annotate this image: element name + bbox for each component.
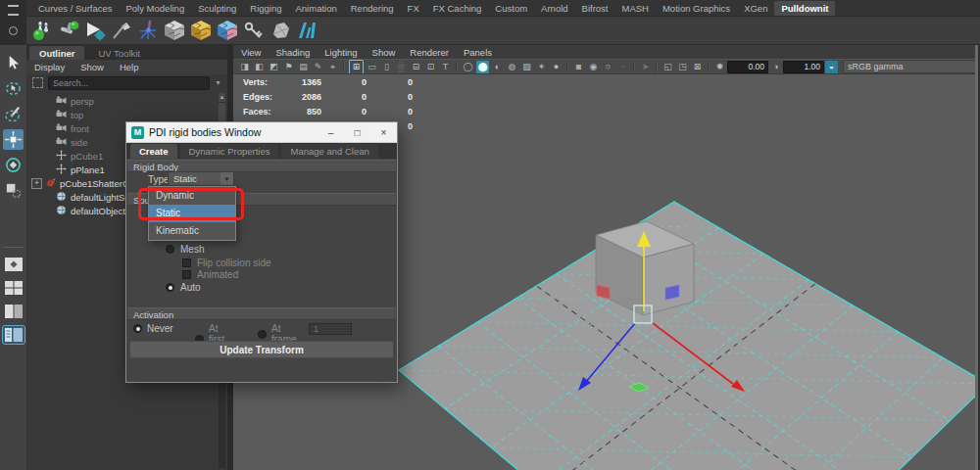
chevron-down-icon[interactable]: ▼ xyxy=(220,172,233,185)
smooth-shade-icon[interactable]: ⬤ xyxy=(476,61,489,73)
motion-blur-icon[interactable]: ◉ xyxy=(587,61,600,73)
grease-pencil-icon[interactable]: ✎ xyxy=(312,61,324,73)
menu-item-xgen[interactable]: XGen xyxy=(737,1,774,16)
activation-at-frame-radio[interactable] xyxy=(258,330,267,339)
menu-item-fx-caching[interactable]: FX Caching xyxy=(426,1,489,16)
outliner-menu-display[interactable]: Display xyxy=(34,62,65,72)
search-dropdown-icon[interactable]: ▼ xyxy=(215,79,221,86)
tab-outliner[interactable]: Outliner xyxy=(29,46,84,60)
occlusion-icon[interactable]: ◙ xyxy=(572,61,585,73)
scroll-up-icon[interactable]: ▲ xyxy=(219,93,225,102)
menu-item-mash[interactable]: MASH xyxy=(615,1,656,16)
bookmark-icon[interactable]: ⚑ xyxy=(282,61,295,73)
menu-item-animation[interactable]: Animation xyxy=(288,1,343,16)
tab-uv-toolkit[interactable]: UV Toolkit xyxy=(88,46,150,60)
paint-select-tool[interactable] xyxy=(3,104,24,124)
outliner-item-persp[interactable]: persp xyxy=(26,94,227,108)
close-button[interactable]: × xyxy=(370,122,397,142)
expand-plus-icon[interactable]: + xyxy=(31,178,42,189)
auto-radio[interactable] xyxy=(166,283,174,292)
activation-section-header[interactable]: Activation xyxy=(127,307,396,320)
image-plane-toggle-icon[interactable]: ⊠ xyxy=(691,61,704,73)
pane-two-layout-button[interactable] xyxy=(3,303,24,320)
manipulator-center-handle[interactable] xyxy=(634,306,652,323)
textured-icon[interactable]: ◐ xyxy=(491,61,504,73)
menu-item-bifrost[interactable]: Bifrost xyxy=(575,1,615,16)
fog-icon[interactable]: ▫ xyxy=(616,61,629,73)
snapshot-paste-icon[interactable]: ◳ xyxy=(676,61,689,73)
selection-filter-icon[interactable] xyxy=(32,77,43,88)
update-transform-button[interactable]: Update Transform xyxy=(129,341,394,358)
scale-tool[interactable] xyxy=(3,180,24,201)
minimize-button[interactable]: – xyxy=(318,122,344,142)
pane-outliner-layout-button[interactable] xyxy=(3,326,24,344)
lasso-select-tool[interactable] xyxy=(3,78,24,99)
exposure-field[interactable]: 0.00 xyxy=(727,61,768,73)
menu-item-fx[interactable]: FX xyxy=(401,1,426,16)
viewport-menu-show[interactable]: Show xyxy=(372,47,396,58)
shelf-selector-icon[interactable] xyxy=(9,26,18,35)
pane-four-layout-button[interactable] xyxy=(3,279,24,297)
manipulator-z-plane-handle[interactable] xyxy=(665,285,679,300)
snapshot-icon[interactable]: ◱ xyxy=(662,61,674,73)
outliner-menu-help[interactable]: Help xyxy=(120,62,139,72)
pulldownit-logo-icon[interactable] xyxy=(295,19,318,42)
pdi-play-gear-icon[interactable] xyxy=(83,19,107,42)
grid-icon[interactable]: ⊞ xyxy=(349,60,364,74)
film-gate-icon[interactable]: ▭ xyxy=(366,61,378,73)
pdi-paint-brush-icon[interactable] xyxy=(136,19,160,42)
shatter-cube-gold-icon[interactable] xyxy=(189,19,213,42)
pdi-bowling-icon[interactable] xyxy=(30,19,54,42)
camera-icon[interactable]: ◨ xyxy=(238,61,251,73)
exposure-icon[interactable]: ✹ xyxy=(713,61,726,73)
menu-item-sculpting[interactable]: Sculpting xyxy=(191,1,243,16)
dialog-title-bar[interactable]: M PDI rigid bodies Window – □ × xyxy=(126,122,397,143)
menu-item-custom[interactable]: Custom xyxy=(488,1,534,16)
auto-radio-row[interactable]: Auto xyxy=(166,282,201,293)
select-tool[interactable] xyxy=(3,53,24,73)
pdi-broom-icon[interactable] xyxy=(110,19,133,42)
camera-select-icon[interactable]: ◧ xyxy=(253,61,266,73)
pdi-rock-icon[interactable] xyxy=(269,19,292,42)
rotate-tool[interactable] xyxy=(3,155,24,175)
outliner-item-top[interactable]: top xyxy=(26,108,227,121)
activation-never-radio[interactable] xyxy=(133,324,142,333)
menu-item-rendering[interactable]: Rendering xyxy=(344,1,401,16)
animated-row[interactable]: Animated xyxy=(182,269,238,280)
multisample-icon[interactable]: ○ xyxy=(602,61,614,73)
viewport-menu-lighting[interactable]: Lighting xyxy=(324,47,357,58)
outliner-menu-show[interactable]: Show xyxy=(80,62,104,72)
color-management-icon[interactable]: ◒ xyxy=(825,61,838,73)
shadows-icon[interactable]: ● xyxy=(550,61,563,73)
isolate-select-icon[interactable]: ➤ xyxy=(639,61,652,73)
view-transform-select[interactable]: sRGB gamma▼ xyxy=(843,60,975,73)
type-dropdown[interactable]: Static ▼ xyxy=(168,171,234,186)
viewport-menu-shading[interactable]: Shading xyxy=(275,47,310,58)
menu-item-curves-surfaces[interactable]: Curves / Surfaces xyxy=(31,1,120,16)
maximize-button[interactable]: □ xyxy=(344,122,370,142)
safe-title-icon[interactable]: T xyxy=(439,61,452,73)
flip-collision-row[interactable]: Flip collision side xyxy=(182,258,271,268)
material-override-icon[interactable]: ◍ xyxy=(506,61,518,73)
image-plane-icon[interactable]: ▤ xyxy=(297,61,310,73)
lights-icon[interactable]: ✶ xyxy=(535,61,548,73)
menu-item-arnold[interactable]: Arnold xyxy=(534,1,574,16)
menu-item-rigging[interactable]: Rigging xyxy=(243,1,288,16)
wireframe-icon[interactable]: ◯ xyxy=(462,61,474,73)
viewport-menu-renderer[interactable]: Renderer xyxy=(410,47,449,58)
viewport-menu-panels[interactable]: Panels xyxy=(464,47,492,58)
viewport-menu-view[interactable]: View xyxy=(241,47,261,58)
field-chart-icon[interactable]: ⊟ xyxy=(410,61,422,73)
menu-item-motion-graphics[interactable]: Motion Graphics xyxy=(656,1,737,16)
pdi-key-icon[interactable] xyxy=(242,19,266,42)
move-tool[interactable] xyxy=(3,129,24,150)
type-option-kinematic[interactable]: Kinematic xyxy=(149,222,235,240)
gate-mask-icon[interactable]: ▒ xyxy=(395,61,408,73)
frame-number-field[interactable] xyxy=(309,323,352,335)
dialog-tab-dynamic-properties[interactable]: Dynamic Properties xyxy=(180,144,279,159)
pane-single-layout-button[interactable] xyxy=(3,256,24,273)
animated-checkbox[interactable] xyxy=(182,270,191,279)
contrast-icon[interactable]: ◑ xyxy=(769,61,782,73)
menu-item-pulldownit[interactable]: Pulldownit xyxy=(774,1,835,16)
flip-collision-checkbox[interactable] xyxy=(182,258,191,267)
